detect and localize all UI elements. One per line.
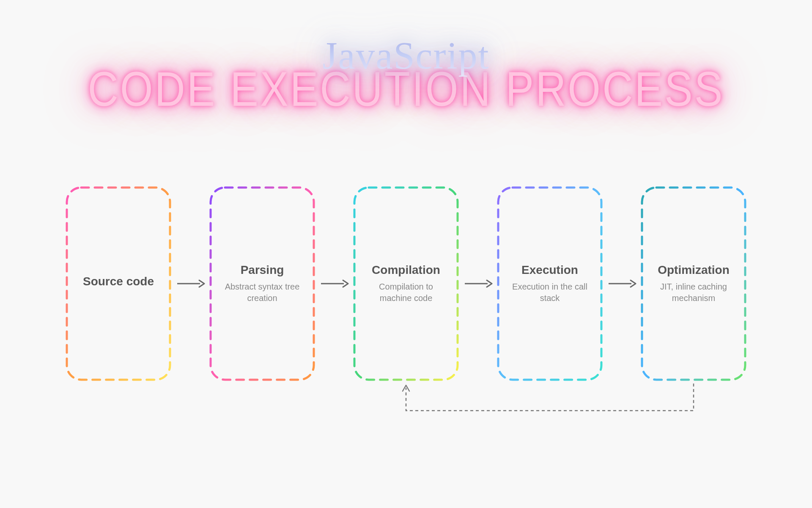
- flow-arrow: [459, 279, 497, 289]
- step-description: Compilation to machine code: [364, 281, 448, 304]
- step-box: CompilationCompilation to machine code: [353, 186, 459, 381]
- step-title: Execution: [521, 263, 578, 277]
- step-title: Optimization: [658, 263, 730, 277]
- step-title: Compilation: [372, 263, 440, 277]
- step-title: Source code: [83, 275, 154, 288]
- step-box: Source code: [66, 186, 171, 381]
- flow-arrow: [315, 279, 353, 289]
- step-title: Parsing: [241, 263, 284, 277]
- flow-arrow: [171, 279, 209, 289]
- step-description: JIT, inline caching mechanism: [651, 281, 736, 304]
- title-script: JavaScript: [0, 34, 812, 77]
- step-box: ExecutionExecution in the call stack: [497, 186, 603, 381]
- step-box: ParsingAbstract syntax tree creation: [209, 186, 315, 381]
- step-description: Execution in the call stack: [508, 281, 592, 304]
- flow-arrow: [603, 279, 641, 289]
- step-box: OptimizationJIT, inline caching mechanis…: [641, 186, 746, 381]
- flow-row: Source code ParsingAbstract syntax tree …: [0, 186, 812, 381]
- step-description: Abstract syntax tree creation: [220, 281, 304, 304]
- diagram-header: JavaScript CODE EXECUTION PROCESS: [0, 0, 812, 113]
